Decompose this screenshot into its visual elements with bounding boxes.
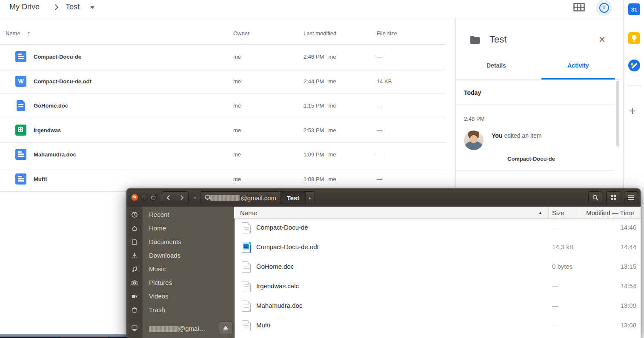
grid-view-icon[interactable]: [573, 3, 585, 12]
pathbar-current-folder-button[interactable]: Test: [281, 191, 306, 204]
drive-row[interactable]: Compact-Docu-de me 2:46 PMme —: [0, 45, 446, 70]
sidebar-item-trash[interactable]: Trash: [126, 303, 234, 317]
pathbar-scroll-left-icon[interactable]: ◂: [194, 195, 196, 200]
column-header-owner[interactable]: Owner: [233, 30, 249, 37]
column-header-file-size[interactable]: File size: [377, 30, 397, 37]
text-file-icon: [242, 301, 251, 312]
file-time: 13:15: [620, 263, 636, 270]
add-addon-icon[interactable]: +: [629, 105, 636, 118]
column-header-modified-time[interactable]: Modified — Time: [586, 209, 634, 216]
pathbar-device-button[interactable]: @gmail.com: [200, 191, 281, 204]
file-size: —: [377, 151, 382, 158]
keep-icon[interactable]: [628, 32, 640, 44]
sidebar-item-label: Videos: [149, 293, 169, 300]
redacted-text: [149, 326, 179, 332]
sidebar-item-label: Downloads: [149, 252, 180, 259]
file-size: —: [552, 321, 558, 329]
activity-item-link[interactable]: Compact-Docu-de: [507, 156, 555, 162]
breadcrumb-dropdown-caret-icon[interactable]: [90, 6, 94, 9]
pathbar-device-label: @gmail.com: [240, 194, 276, 202]
google-docs-icon: [15, 51, 26, 62]
file-size: 14,3 kB: [552, 243, 574, 250]
sidebar-item-documents[interactable]: Documents: [126, 235, 234, 249]
tab-activity[interactable]: Activity: [567, 62, 589, 69]
file-row[interactable]: Mufti — 13:08: [234, 316, 641, 335]
file-modified: 1:09 PMme: [303, 151, 336, 158]
column-header-name[interactable]: Name: [6, 30, 20, 37]
sidebar-item-home[interactable]: Home: [126, 222, 234, 235]
file-size: 0 bytes: [552, 263, 572, 270]
grid-icon: [610, 195, 616, 201]
file-name: Compact-Docu-de: [256, 224, 308, 231]
sort-ascending-icon[interactable]: ▲: [538, 210, 542, 215]
calendar-icon[interactable]: 31: [628, 3, 640, 15]
close-icon[interactable]: ✕: [598, 34, 606, 45]
file-modified: 2:46 PMme: [303, 54, 336, 60]
menu-button[interactable]: [624, 191, 638, 204]
file-row[interactable]: Irgendwas.calc — 14:54: [234, 277, 641, 296]
window-minimize-button[interactable]: –: [140, 194, 148, 201]
file-manager-headerbar[interactable]: ✕ – ◂ @gmail.com Test ▸: [126, 188, 641, 207]
eject-button[interactable]: [219, 321, 232, 334]
icon-view-button[interactable]: [606, 191, 620, 204]
file-size: —: [552, 224, 558, 231]
file-name: GoHome.doc: [34, 102, 68, 109]
computer-icon: [131, 325, 138, 332]
text-file-icon: [242, 261, 251, 273]
file-row[interactable]: Compact-Docu-de — 14:46: [234, 218, 641, 238]
activity-description: Youedited an item: [492, 132, 541, 139]
file-row[interactable]: Mahamudra.doc — 13:09: [234, 296, 641, 316]
eject-icon: [223, 325, 229, 331]
word-file-icon: W: [15, 76, 26, 87]
column-header-name[interactable]: Name: [240, 209, 257, 216]
file-name: Irgendwas.calc: [256, 282, 299, 290]
sidebar-item-pictures[interactable]: Pictures: [126, 276, 234, 290]
sort-ascending-icon[interactable]: ↑: [27, 29, 31, 37]
sidebar-item-recent[interactable]: Recent: [126, 208, 234, 222]
sidebar-item-downloads[interactable]: Downloads: [126, 249, 234, 262]
search-button[interactable]: [588, 191, 602, 204]
file-size: 14 KB: [377, 78, 392, 84]
drive-row[interactable]: Irgendwas me 2:53 PMme —: [0, 118, 446, 143]
file-row[interactable]: GoHome.doc 0 bytes 13:15: [234, 257, 641, 277]
file-owner: me: [233, 127, 241, 133]
column-header-last-modified[interactable]: Last modified: [303, 30, 336, 37]
file-name: Mahamudra.doc: [34, 151, 76, 158]
file-name: Compact-Docu-de.odt: [256, 243, 319, 250]
sidebar-item-label: Documents: [149, 238, 181, 245]
tab-details[interactable]: Details: [487, 62, 506, 69]
tasks-icon[interactable]: [628, 60, 640, 71]
breadcrumb-current-folder[interactable]: Test: [66, 3, 80, 11]
file-size: —: [377, 102, 382, 109]
window-maximize-button[interactable]: [150, 194, 157, 201]
file-time: 14:46: [620, 224, 636, 231]
sidebar-item-music[interactable]: Music: [126, 262, 234, 276]
file-owner: me: [233, 176, 241, 182]
activity-action: edited an item: [504, 132, 541, 139]
panel-title: Test: [489, 34, 507, 45]
drive-row[interactable]: W Compact-Docu-de.odt me 2:44 PMme 14 KB: [0, 69, 446, 94]
hamburger-icon: [628, 195, 634, 200]
drive-row[interactable]: Mahamudra.doc me 1:09 PMme —: [0, 142, 446, 168]
window-close-button[interactable]: ✕: [131, 194, 138, 201]
file-owner: me: [233, 54, 241, 60]
back-button[interactable]: [162, 191, 175, 204]
pathbar-current-folder-label: Test: [287, 194, 300, 202]
panel-scrollbar[interactable]: [616, 81, 619, 147]
column-separator[interactable]: [548, 207, 549, 218]
info-button[interactable]: i: [596, 0, 612, 16]
column-header-size[interactable]: Size: [552, 209, 564, 216]
sidebar-item-videos[interactable]: Videos: [126, 290, 234, 303]
column-separator[interactable]: [582, 207, 582, 218]
file-name: GoHome.doc: [256, 263, 294, 270]
text-file-icon: [242, 281, 251, 292]
breadcrumb-chevron-icon: [52, 4, 58, 10]
drive-row[interactable]: Mufti me 1:08 PMme —: [0, 167, 446, 192]
file-row[interactable]: Compact-Docu-de.odt 14,3 kB 14:44: [234, 238, 641, 257]
drive-row[interactable]: GoHome.doc me 1:15 PMme —: [0, 94, 446, 119]
breadcrumb-my-drive[interactable]: My Drive: [9, 3, 40, 11]
pathbar-scroll-right-button[interactable]: ▸: [306, 191, 315, 204]
forward-button[interactable]: [175, 191, 189, 204]
file-modified: 1:15 PMme: [303, 102, 336, 109]
sidebar-item-gmail-drive[interactable]: @gmai…: [126, 321, 234, 336]
